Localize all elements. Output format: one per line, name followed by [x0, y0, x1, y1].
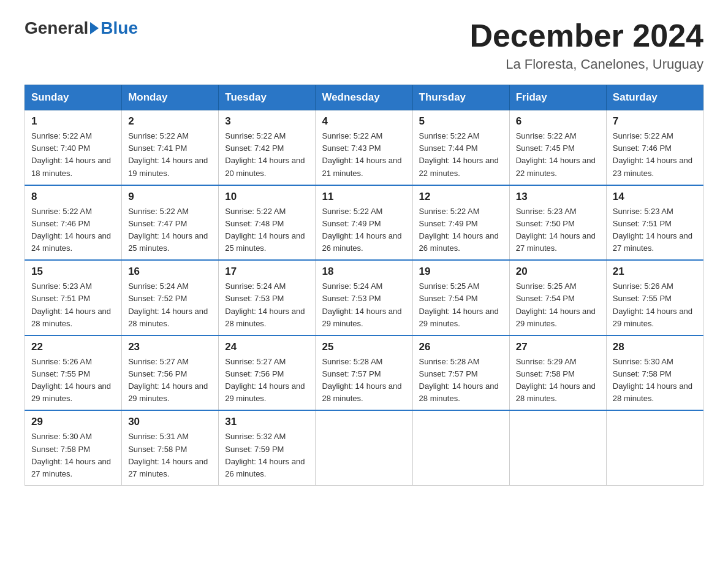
calendar-cell: 21 Sunrise: 5:26 AMSunset: 7:55 PMDaylig… — [606, 260, 703, 335]
day-number: 3 — [225, 115, 309, 128]
calendar-cell: 4 Sunrise: 5:22 AMSunset: 7:43 PMDayligh… — [316, 110, 412, 185]
weekday-header-saturday: Saturday — [606, 85, 703, 110]
calendar-cell: 17 Sunrise: 5:24 AMSunset: 7:53 PMDaylig… — [219, 260, 316, 335]
day-number: 15 — [31, 266, 115, 278]
day-info: Sunrise: 5:23 AMSunset: 7:51 PMDaylight:… — [613, 207, 692, 253]
calendar-cell: 16 Sunrise: 5:24 AMSunset: 7:52 PMDaylig… — [122, 260, 219, 335]
day-info: Sunrise: 5:24 AMSunset: 7:52 PMDaylight:… — [128, 282, 208, 327]
day-info: Sunrise: 5:28 AMSunset: 7:57 PMDaylight:… — [419, 357, 499, 403]
day-number: 16 — [128, 266, 212, 278]
calendar-cell: 23 Sunrise: 5:27 AMSunset: 7:56 PMDaylig… — [122, 335, 219, 411]
day-info: Sunrise: 5:22 AMSunset: 7:40 PMDaylight:… — [31, 131, 111, 177]
day-info: Sunrise: 5:30 AMSunset: 7:58 PMDaylight:… — [613, 357, 692, 403]
day-number: 2 — [128, 115, 212, 128]
calendar-cell: 24 Sunrise: 5:27 AMSunset: 7:56 PMDaylig… — [219, 335, 316, 411]
weekday-header-thursday: Thursday — [412, 85, 509, 110]
weekday-header-sunday: Sunday — [25, 85, 122, 110]
title-area: December 2024 La Floresta, Canelones, Ur… — [469, 18, 703, 72]
calendar-cell: 5 Sunrise: 5:22 AMSunset: 7:44 PMDayligh… — [412, 110, 509, 185]
day-info: Sunrise: 5:26 AMSunset: 7:55 PMDaylight:… — [31, 357, 111, 403]
calendar-cell — [606, 410, 703, 485]
day-number: 24 — [225, 341, 309, 353]
day-info: Sunrise: 5:22 AMSunset: 7:48 PMDaylight:… — [225, 207, 305, 253]
day-info: Sunrise: 5:25 AMSunset: 7:54 PMDaylight:… — [516, 282, 596, 327]
day-info: Sunrise: 5:22 AMSunset: 7:42 PMDaylight:… — [225, 131, 305, 177]
calendar-cell — [509, 410, 606, 485]
day-info: Sunrise: 5:27 AMSunset: 7:56 PMDaylight:… — [128, 357, 208, 403]
day-number: 26 — [419, 341, 503, 353]
calendar-cell: 20 Sunrise: 5:25 AMSunset: 7:54 PMDaylig… — [509, 260, 606, 335]
day-info: Sunrise: 5:22 AMSunset: 7:49 PMDaylight:… — [419, 207, 499, 253]
day-info: Sunrise: 5:28 AMSunset: 7:57 PMDaylight:… — [322, 357, 401, 403]
weekday-header-friday: Friday — [509, 85, 606, 110]
weekday-header-tuesday: Tuesday — [219, 85, 316, 110]
calendar-cell: 3 Sunrise: 5:22 AMSunset: 7:42 PMDayligh… — [219, 110, 316, 185]
day-number: 11 — [322, 191, 406, 203]
day-number: 6 — [516, 115, 600, 128]
day-info: Sunrise: 5:26 AMSunset: 7:55 PMDaylight:… — [613, 282, 692, 327]
calendar-cell — [412, 410, 509, 485]
day-info: Sunrise: 5:29 AMSunset: 7:58 PMDaylight:… — [516, 357, 596, 403]
day-info: Sunrise: 5:23 AMSunset: 7:51 PMDaylight:… — [31, 282, 111, 327]
calendar-cell: 26 Sunrise: 5:28 AMSunset: 7:57 PMDaylig… — [412, 335, 509, 411]
logo-text: General Blue — [25, 18, 138, 38]
day-number: 18 — [322, 266, 406, 278]
day-number: 14 — [613, 191, 697, 203]
calendar-cell: 18 Sunrise: 5:24 AMSunset: 7:53 PMDaylig… — [316, 260, 412, 335]
day-number: 23 — [128, 341, 212, 353]
week-row-3: 15 Sunrise: 5:23 AMSunset: 7:51 PMDaylig… — [25, 260, 703, 335]
day-info: Sunrise: 5:22 AMSunset: 7:46 PMDaylight:… — [613, 131, 692, 177]
calendar-cell: 7 Sunrise: 5:22 AMSunset: 7:46 PMDayligh… — [606, 110, 703, 185]
day-number: 21 — [613, 266, 697, 278]
logo-arrow-icon — [90, 22, 99, 34]
location-title: La Floresta, Canelones, Uruguay — [469, 56, 703, 72]
day-info: Sunrise: 5:27 AMSunset: 7:56 PMDaylight:… — [225, 357, 305, 403]
day-number: 17 — [225, 266, 309, 278]
weekday-header-row: SundayMondayTuesdayWednesdayThursdayFrid… — [25, 85, 703, 110]
calendar-cell: 14 Sunrise: 5:23 AMSunset: 7:51 PMDaylig… — [606, 185, 703, 261]
day-info: Sunrise: 5:22 AMSunset: 7:49 PMDaylight:… — [322, 207, 401, 253]
calendar-cell: 28 Sunrise: 5:30 AMSunset: 7:58 PMDaylig… — [606, 335, 703, 411]
week-row-4: 22 Sunrise: 5:26 AMSunset: 7:55 PMDaylig… — [25, 335, 703, 411]
day-number: 28 — [613, 341, 697, 353]
weekday-header-monday: Monday — [122, 85, 219, 110]
day-number: 5 — [419, 115, 503, 128]
day-info: Sunrise: 5:24 AMSunset: 7:53 PMDaylight:… — [322, 282, 401, 327]
week-row-2: 8 Sunrise: 5:22 AMSunset: 7:46 PMDayligh… — [25, 185, 703, 261]
day-number: 25 — [322, 341, 406, 353]
calendar-cell — [316, 410, 412, 485]
calendar-cell: 22 Sunrise: 5:26 AMSunset: 7:55 PMDaylig… — [25, 335, 122, 411]
day-number: 8 — [31, 191, 115, 203]
calendar-cell: 13 Sunrise: 5:23 AMSunset: 7:50 PMDaylig… — [509, 185, 606, 261]
calendar-cell: 6 Sunrise: 5:22 AMSunset: 7:45 PMDayligh… — [509, 110, 606, 185]
day-number: 31 — [225, 416, 309, 428]
logo: General Blue — [25, 18, 138, 38]
day-number: 4 — [322, 115, 406, 128]
page-header: General Blue December 2024 La Floresta, … — [25, 18, 703, 72]
day-info: Sunrise: 5:30 AMSunset: 7:58 PMDaylight:… — [31, 432, 111, 478]
calendar-cell: 9 Sunrise: 5:22 AMSunset: 7:47 PMDayligh… — [122, 185, 219, 261]
day-info: Sunrise: 5:31 AMSunset: 7:58 PMDaylight:… — [128, 432, 208, 478]
day-info: Sunrise: 5:22 AMSunset: 7:47 PMDaylight:… — [128, 207, 208, 253]
day-number: 10 — [225, 191, 309, 203]
day-info: Sunrise: 5:23 AMSunset: 7:50 PMDaylight:… — [516, 207, 596, 253]
day-info: Sunrise: 5:22 AMSunset: 7:44 PMDaylight:… — [419, 131, 499, 177]
day-number: 20 — [516, 266, 600, 278]
week-row-1: 1 Sunrise: 5:22 AMSunset: 7:40 PMDayligh… — [25, 110, 703, 185]
day-info: Sunrise: 5:24 AMSunset: 7:53 PMDaylight:… — [225, 282, 305, 327]
day-number: 22 — [31, 341, 115, 353]
day-number: 13 — [516, 191, 600, 203]
calendar-cell: 11 Sunrise: 5:22 AMSunset: 7:49 PMDaylig… — [316, 185, 412, 261]
day-info: Sunrise: 5:22 AMSunset: 7:46 PMDaylight:… — [31, 207, 111, 253]
calendar-cell: 1 Sunrise: 5:22 AMSunset: 7:40 PMDayligh… — [25, 110, 122, 185]
calendar-cell: 25 Sunrise: 5:28 AMSunset: 7:57 PMDaylig… — [316, 335, 412, 411]
calendar-cell: 2 Sunrise: 5:22 AMSunset: 7:41 PMDayligh… — [122, 110, 219, 185]
day-number: 7 — [613, 115, 697, 128]
day-number: 29 — [31, 416, 115, 428]
calendar-cell: 30 Sunrise: 5:31 AMSunset: 7:58 PMDaylig… — [122, 410, 219, 485]
day-number: 30 — [128, 416, 212, 428]
day-info: Sunrise: 5:22 AMSunset: 7:41 PMDaylight:… — [128, 131, 208, 177]
weekday-header-wednesday: Wednesday — [316, 85, 412, 110]
logo-blue: Blue — [100, 18, 138, 38]
month-title: December 2024 — [469, 18, 703, 53]
